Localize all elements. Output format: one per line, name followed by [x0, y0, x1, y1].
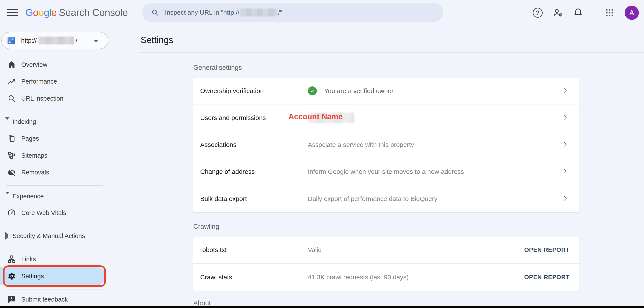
top-header: GoogleSearch Console Inspect any URL in … — [0, 0, 644, 26]
bell-icon — [573, 8, 583, 18]
google-search-console-app: GoogleSearch Console Inspect any URL in … — [0, 0, 644, 308]
notifications-button[interactable] — [573, 8, 583, 18]
help-icon: ? — [533, 8, 542, 18]
sidebar: http:/// Overview Performance URL inspec… — [0, 26, 139, 308]
sidebar-item-sitemaps[interactable]: Sitemaps — [0, 149, 116, 162]
chevron-right-icon — [562, 87, 569, 95]
chevron-down-icon — [94, 40, 98, 43]
app-logo[interactable]: GoogleSearch Console — [26, 7, 128, 18]
feedback-icon — [7, 295, 16, 304]
chevron-right-icon — [562, 195, 569, 203]
chevron-right-icon — [562, 141, 569, 149]
sitemap-tree-icon — [7, 151, 16, 160]
header-actions: ? — [532, 0, 639, 26]
magnifier-icon — [7, 94, 16, 103]
chevron-down-icon — [5, 120, 10, 124]
sidebar-item-url-inspection[interactable]: URL inspection — [0, 92, 116, 105]
row-users-and-permissions[interactable]: Users and permissions Account Name — [193, 105, 579, 131]
sidebar-item-removals[interactable]: Removals — [0, 165, 116, 179]
sidebar-item-core-web-vitals[interactable]: Core Web Vitals — [0, 206, 116, 220]
sidebar-group-experience[interactable]: Experience — [0, 189, 116, 203]
logo-letter: G — [26, 7, 33, 18]
sidebar-item-pages[interactable]: Pages — [0, 132, 116, 145]
account-avatar[interactable]: A — [625, 6, 639, 20]
row-bulk-data-export[interactable]: Bulk data export Daily export of perform… — [193, 185, 579, 212]
divider — [139, 52, 644, 53]
logo-letter: l — [49, 7, 52, 18]
apps-grid-icon — [605, 8, 614, 18]
chevron-right-icon — [5, 234, 10, 238]
sidebar-item-overview[interactable]: Overview — [0, 58, 116, 72]
sidebar-item-submit-feedback[interactable]: Submit feedback — [0, 292, 116, 306]
crawling-card: robots.txt Valid OPEN REPORT Crawl stats… — [193, 236, 579, 291]
section-label-general-settings: General settings — [193, 64, 242, 72]
search-placeholder: Inspect any URL in "http:///" — [165, 9, 282, 16]
help-button[interactable]: ? — [532, 8, 543, 18]
chevron-right-icon — [562, 114, 569, 122]
gear-icon — [7, 271, 16, 281]
home-icon — [7, 60, 16, 69]
chevron-right-icon — [562, 168, 569, 176]
logo-letter: o — [38, 7, 44, 18]
verified-check-icon — [308, 86, 317, 95]
divider — [6, 289, 103, 289]
sidebar-item-settings[interactable]: Settings — [0, 269, 116, 283]
screenshot-bottom-border — [0, 306, 644, 308]
logo-letter: g — [44, 7, 49, 18]
links-tree-icon — [7, 254, 16, 264]
main-content: Settings General settings Ownership veri… — [139, 26, 644, 308]
sidebar-group-indexing[interactable]: Indexing — [0, 115, 116, 129]
section-label-crawling: Crawling — [193, 223, 219, 230]
open-report-link[interactable]: OPEN REPORT — [524, 274, 570, 281]
url-inspect-search-input[interactable]: Inspect any URL in "http:///" — [142, 3, 444, 22]
logo-letter: o — [33, 7, 38, 18]
redacted-text — [240, 9, 277, 16]
verified-owner-status: You are a verified owner — [308, 86, 394, 95]
logo-letter: e — [51, 7, 56, 18]
page-title: Settings — [140, 35, 173, 45]
account-name-annotation: Account Name — [288, 112, 343, 121]
row-associations[interactable]: Associations Associate a service with th… — [193, 131, 579, 158]
divider — [6, 111, 103, 111]
row-robots-txt: robots.txt Valid OPEN REPORT — [193, 236, 579, 264]
redacted-text — [38, 37, 74, 44]
divider — [6, 185, 103, 186]
speedometer-icon — [7, 208, 16, 217]
menu-icon[interactable] — [7, 9, 18, 17]
pages-icon — [7, 134, 16, 143]
open-report-link[interactable]: OPEN REPORT — [524, 246, 570, 253]
row-crawl-stats: Crawl stats 41.3K crawl requests (last 9… — [193, 264, 579, 291]
sidebar-item-performance[interactable]: Performance — [0, 75, 116, 88]
site-favicon — [6, 36, 16, 45]
eye-off-icon — [7, 168, 16, 177]
property-url: http:/// — [21, 37, 78, 44]
logo-product-name: Search Console — [59, 7, 128, 18]
sidebar-group-security-manual-actions[interactable]: Security & Manual Actions — [0, 229, 116, 243]
property-selector[interactable]: http:/// — [1, 32, 108, 49]
chevron-down-icon — [5, 194, 10, 198]
trending-up-icon — [7, 77, 16, 86]
row-change-of-address[interactable]: Change of address Inform Google when you… — [193, 158, 579, 185]
search-icon — [151, 9, 159, 16]
google-apps-button[interactable] — [604, 8, 615, 18]
divider — [6, 225, 103, 225]
sidebar-item-links[interactable]: Links — [0, 252, 116, 266]
row-ownership-verification[interactable]: Ownership verification You are a verifie… — [193, 78, 579, 105]
general-settings-card: Ownership verification You are a verifie… — [193, 78, 579, 212]
divider — [6, 248, 103, 248]
user-settings-button[interactable] — [553, 8, 563, 18]
manage-accounts-icon — [553, 8, 563, 18]
